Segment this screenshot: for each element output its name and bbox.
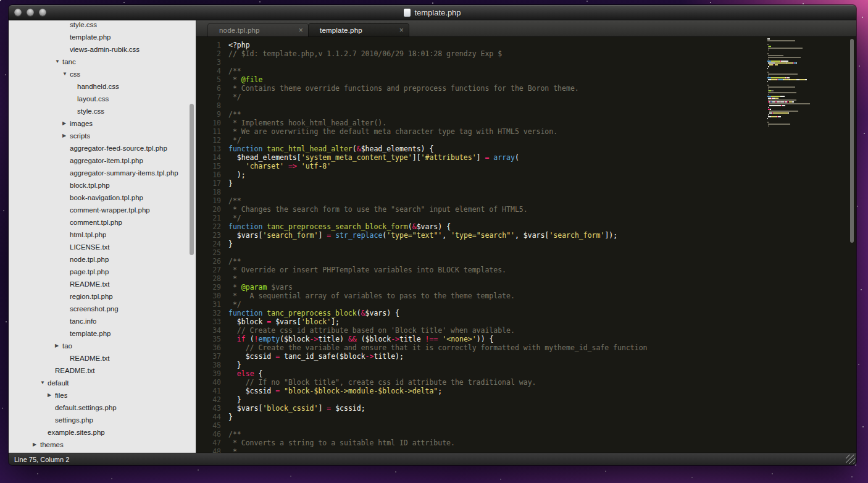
code-token: $cssid [228, 387, 275, 395]
tree-item[interactable]: style.css [9, 20, 196, 31]
minimap-line [767, 48, 848, 49]
code-token: 'block_cssid' [262, 404, 318, 413]
tree-item[interactable]: ▶tao [9, 340, 196, 352]
code-line: 4/** [196, 67, 856, 75]
zoom-window-icon[interactable] [39, 9, 46, 16]
tree-item[interactable]: ▼tanc [9, 56, 196, 68]
disclosure-right-icon[interactable]: ▶ [62, 117, 70, 130]
minimap-line [767, 99, 848, 101]
editor-scrollbar[interactable] [850, 39, 854, 243]
disclosure-down-icon[interactable]: ▼ [40, 377, 48, 389]
tree-item[interactable]: comment.tpl.php [9, 216, 196, 229]
tree-item[interactable]: block.tpl.php [9, 179, 196, 191]
editor-window: template.php style.csstemplate.phpviews-… [9, 5, 856, 465]
file-tree-sidebar[interactable]: style.csstemplate.phpviews-admin-rubik.c… [9, 20, 196, 453]
code-line: 14 $head_elements['system_meta_content_t… [196, 153, 856, 162]
resize-grip-icon[interactable] [846, 455, 855, 464]
minimap-line [767, 53, 848, 54]
disclosure-right-icon[interactable]: ▶ [62, 130, 70, 142]
disclosure-right-icon[interactable]: ▶ [33, 439, 40, 451]
code-line: 5 * @file [196, 75, 856, 84]
tree-item[interactable]: tanc.info [9, 315, 196, 327]
file-name: layout.css [77, 93, 109, 105]
line-number: 28 [196, 274, 221, 283]
tree-item[interactable]: layout.css [9, 93, 196, 105]
close-tab-icon[interactable]: × [299, 26, 303, 35]
tree-item[interactable]: LICENSE.txt [9, 241, 196, 253]
tree-item[interactable]: ▼default [9, 377, 196, 389]
close-tab-icon[interactable]: × [399, 26, 404, 35]
file-name: screenshot.png [70, 303, 119, 315]
tree-item[interactable]: example.sites.php [9, 426, 196, 439]
minimap-line [767, 44, 848, 45]
tree-item[interactable]: node.tpl.php [9, 253, 196, 266]
editor-pane: node.tpl.php×template.php× 1<?php2// $Id… [196, 20, 856, 453]
line-number: 27 [196, 266, 221, 274]
disclosure-down-icon[interactable]: ▼ [62, 68, 70, 80]
tree-item[interactable]: README.txt [9, 352, 196, 364]
disclosure-right-icon[interactable]: ▶ [55, 340, 62, 352]
code-line: 13function tanc_html_head_alter(&$head_e… [196, 145, 856, 153]
tree-item[interactable]: screenshot.png [9, 303, 196, 315]
code-token: /** [228, 110, 241, 119]
code-line: 17} [196, 179, 856, 188]
tree-item[interactable]: README.txt [9, 278, 196, 290]
tree-item[interactable]: ▼css [9, 68, 196, 80]
line-number: 36 [196, 343, 221, 352]
code-token: & [412, 222, 417, 231]
code-token: $block [228, 317, 267, 326]
minimap-line [767, 122, 848, 123]
tree-item[interactable]: page.tpl.php [9, 266, 196, 278]
minimap-line [767, 98, 848, 99]
tree-item[interactable]: ▶scripts [9, 130, 196, 142]
tree-item[interactable]: ▶themes [9, 439, 196, 451]
tree-item[interactable]: aggregator-summary-items.tpl.php [9, 167, 196, 179]
tree-item[interactable]: ▶images [9, 117, 196, 130]
code-line: 36 // Create the variable and ensure tha… [196, 343, 856, 352]
tree-item[interactable]: aggregator-feed-source.tpl.php [9, 142, 196, 154]
tree-item[interactable]: region.tpl.php [9, 290, 196, 303]
tree-item[interactable]: template.php [9, 31, 196, 43]
code-token: */ [228, 136, 241, 145]
code-token: */ [228, 300, 241, 309]
code-token: ($block [280, 335, 309, 343]
tree-item[interactable]: aggregator-item.tpl.php [9, 154, 196, 167]
tab-bar: node.tpl.php×template.php× [196, 20, 856, 37]
tree-item[interactable]: template.php [9, 327, 196, 340]
minimize-window-icon[interactable] [27, 9, 34, 16]
tree-item[interactable]: views-admin-rubik.css [9, 43, 196, 56]
tree-item[interactable]: default.settings.php [9, 401, 196, 414]
tab-template.php[interactable]: template.php× [308, 23, 409, 36]
tree-item[interactable]: style.css [9, 105, 196, 117]
line-number: 19 [196, 196, 221, 205]
tree-item[interactable]: handheld.css [9, 80, 196, 93]
window-titlebar[interactable]: template.php [9, 5, 856, 20]
line-number: 48 [196, 447, 221, 453]
tree-item[interactable]: README.txt [9, 364, 196, 377]
cursor-position: Line 75, Column 2 [14, 456, 69, 463]
tree-item[interactable]: ▶files [9, 389, 196, 401]
code-token: <?php [228, 41, 250, 49]
tree-item[interactable]: settings.php [9, 414, 196, 426]
line-number: 47 [196, 439, 221, 447]
tree-item[interactable]: book-navigation.tpl.php [9, 191, 196, 204]
file-name: views-admin-rubik.css [70, 43, 140, 56]
code-line: 19/** [196, 196, 856, 205]
code-token: ( [357, 309, 361, 317]
code-token: 'utf-8' [301, 162, 331, 170]
file-name: css [70, 68, 80, 80]
close-window-icon[interactable] [14, 9, 22, 16]
tree-item[interactable]: html.tpl.php [9, 229, 196, 241]
code-editor[interactable]: 1<?php2// $Id: template.php,v 1.1.2.7 20… [196, 37, 856, 453]
tab-node.tpl.php[interactable]: node.tpl.php× [207, 23, 309, 36]
minimap-line [767, 49, 848, 51]
window-title: template.php [414, 8, 461, 17]
disclosure-down-icon[interactable]: ▼ [55, 56, 62, 68]
minimap[interactable] [767, 38, 848, 127]
tree-item[interactable]: comment-wrapper.tpl.php [9, 204, 196, 216]
sidebar-scrollbar[interactable] [190, 104, 194, 255]
code-token: ] [477, 153, 485, 162]
minimap-line [767, 101, 848, 103]
file-name: template.php [70, 327, 111, 340]
disclosure-right-icon[interactable]: ▶ [48, 389, 55, 401]
